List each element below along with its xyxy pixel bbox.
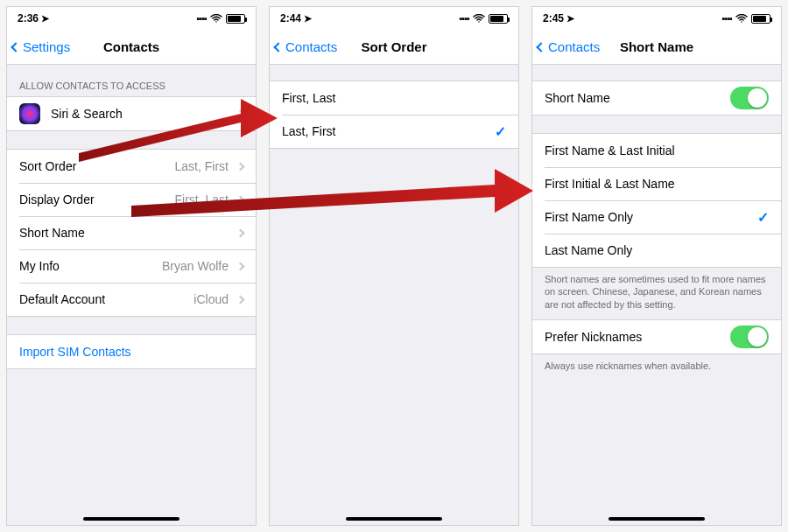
home-indicator — [346, 517, 442, 521]
battery-icon — [226, 14, 245, 24]
back-label: Settings — [23, 39, 70, 54]
back-button[interactable]: Contacts — [275, 39, 337, 54]
cellular-icon: ▪▪▪▪ — [459, 13, 469, 24]
location-icon: ➤ — [304, 13, 312, 24]
status-bar: 2:44 ➤ ▪▪▪▪ — [270, 7, 518, 30]
navbar: Contacts Short Name — [532, 30, 781, 65]
short-name-footer: Short names are sometimes used to fit mo… — [532, 268, 781, 319]
checkmark-icon: ✓ — [495, 123, 506, 140]
chevron-right-icon — [236, 162, 245, 171]
checkmark-icon: ✓ — [757, 209, 769, 226]
chevron-right-icon — [236, 262, 245, 270]
location-icon: ➤ — [41, 13, 49, 24]
row-sort-order[interactable]: Sort Order Last, First — [7, 150, 256, 183]
back-button[interactable]: Settings — [12, 39, 70, 54]
status-bar: 2:45 ➤ ▪▪▪▪ — [532, 7, 781, 30]
screen-contacts-settings: 2:36 ➤ ▪▪▪▪ Settings Contacts ALLOW CONT… — [6, 6, 257, 526]
option-first-last[interactable]: First, Last — [270, 81, 518, 115]
siri-icon — [19, 103, 40, 124]
row-short-name-toggle[interactable]: Short Name — [532, 81, 781, 115]
short-name-toggle[interactable] — [730, 87, 769, 109]
status-time: 2:36 — [18, 12, 39, 24]
status-time: 2:45 — [543, 12, 564, 24]
nicknames-footer: Always use nicknames when available. — [532, 354, 781, 381]
option-last-first[interactable]: Last, First ✓ — [270, 115, 518, 148]
home-indicator — [609, 517, 705, 521]
option-last-name-only[interactable]: Last Name Only — [532, 234, 781, 267]
prefer-nicknames-toggle[interactable] — [730, 326, 769, 348]
cellular-icon: ▪▪▪▪ — [721, 13, 732, 24]
location-icon: ➤ — [566, 13, 574, 24]
screen-short-name: 2:45 ➤ ▪▪▪▪ Contacts Short Name Short Na… — [531, 6, 782, 526]
row-siri-search[interactable]: Siri & Search — [7, 97, 256, 130]
chevron-left-icon — [536, 42, 545, 52]
status-bar: 2:36 ➤ ▪▪▪▪ — [7, 7, 256, 30]
siri-label: Siri & Search — [51, 107, 123, 121]
chevron-right-icon — [236, 109, 245, 118]
import-sim-label: Import SIM Contacts — [19, 345, 131, 359]
my-info-value: Bryan Wolfe — [162, 259, 232, 273]
wifi-icon — [473, 14, 485, 23]
chevron-right-icon — [236, 195, 245, 204]
section-header-access: ALLOW CONTACTS TO ACCESS — [7, 65, 256, 96]
row-short-name[interactable]: Short Name — [7, 216, 256, 249]
wifi-icon — [735, 14, 748, 23]
screen-sort-order: 2:44 ➤ ▪▪▪▪ Contacts Sort Order First, L… — [269, 6, 519, 526]
battery-icon — [489, 14, 508, 24]
default-account-value: iCloud — [193, 292, 232, 306]
chevron-right-icon — [236, 295, 245, 304]
chevron-left-icon — [273, 42, 283, 52]
navbar: Settings Contacts — [7, 30, 256, 65]
display-order-value: First, Last — [175, 192, 232, 206]
chevron-right-icon — [236, 228, 245, 237]
row-my-info[interactable]: My Info Bryan Wolfe — [7, 249, 256, 283]
back-label: Contacts — [285, 39, 337, 54]
option-first-name-only[interactable]: First Name Only ✓ — [532, 200, 781, 234]
status-time: 2:44 — [280, 12, 301, 24]
back-label: Contacts — [548, 39, 600, 54]
row-import-sim[interactable]: Import SIM Contacts — [7, 335, 256, 368]
chevron-left-icon — [11, 42, 20, 52]
row-display-order[interactable]: Display Order First, Last — [7, 183, 256, 216]
row-default-account[interactable]: Default Account iCloud — [7, 283, 256, 316]
row-prefer-nicknames[interactable]: Prefer Nicknames — [532, 320, 781, 354]
wifi-icon — [210, 14, 222, 23]
back-button[interactable]: Contacts — [538, 39, 600, 54]
option-first-initial-last[interactable]: First Initial & Last Name — [532, 167, 781, 200]
cellular-icon: ▪▪▪▪ — [196, 13, 207, 24]
navbar: Contacts Sort Order — [270, 30, 518, 65]
option-first-last-initial[interactable]: First Name & Last Initial — [532, 134, 781, 167]
battery-icon — [751, 14, 770, 24]
home-indicator — [83, 517, 179, 521]
sort-order-value: Last, First — [175, 159, 232, 173]
